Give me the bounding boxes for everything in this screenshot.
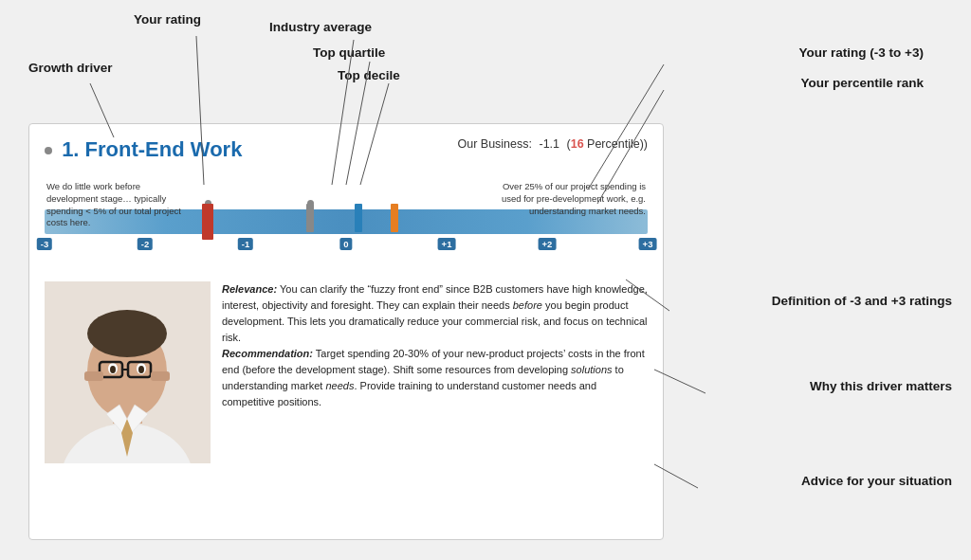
top-quartile-label: Top quartile (313, 45, 385, 60)
definition-label: Definition of -3 and +3 ratings (772, 294, 952, 308)
main-card: 1. Front-End Work Our Business: -1.1 (16… (28, 123, 664, 540)
top-decile-marker (391, 204, 398, 232)
industry-average-label: Industry average (269, 20, 372, 34)
scale-desc-right: Over 25% of our project spending is used… (496, 181, 646, 217)
recommendation-paragraph: Recommendation: Target spending 20-30% o… (222, 346, 648, 410)
recommendation-italic1: solutions (571, 364, 612, 375)
relevance-paragraph: Relevance: You can clarify the “fuzzy fr… (222, 281, 648, 346)
person-photo (45, 281, 211, 463)
scale-desc-left: We do little work before development sta… (46, 181, 187, 229)
relevance-label: Relevance: (222, 283, 277, 295)
svg-rect-13 (151, 371, 170, 381)
your-rating-label: Your rating (134, 12, 201, 27)
recommendation-italic2: needs (325, 380, 354, 391)
why-matters-label: Why this driver matters (810, 379, 952, 393)
top-quartile-marker (355, 204, 362, 232)
card-title-text: 1. Front-End Work (62, 137, 242, 161)
person-svg (45, 281, 211, 463)
percentile-unit: Percentile) (587, 137, 644, 151)
top-decile-label: Top decile (338, 68, 400, 82)
svg-point-4 (87, 310, 167, 357)
recommendation-label: Recommendation: (222, 348, 313, 359)
scale-container: We do little work before development sta… (45, 179, 648, 262)
industry-avg-marker (306, 204, 314, 232)
card-title: 1. Front-End Work (45, 137, 242, 162)
growth-driver-label: Growth driver (28, 61, 113, 75)
text-content: Relevance: You can clarify the “fuzzy fr… (222, 281, 648, 463)
percentile-value: 16 (571, 137, 584, 151)
svg-rect-12 (84, 371, 103, 381)
your-rating-marker (202, 204, 213, 240)
svg-point-8 (138, 366, 144, 373)
bottom-section: Relevance: You can clarify the “fuzzy fr… (45, 281, 648, 463)
business-info: Our Business: -1.1 (16 Percentile)) (457, 137, 648, 151)
advice-label: Advice for your situation (801, 474, 952, 488)
relevance-italic: before (513, 299, 542, 311)
business-label: Our Business: (457, 137, 532, 151)
title-dot (45, 147, 52, 154)
svg-point-7 (110, 366, 116, 373)
your-percentile-rank-label: Your percentile rank (800, 76, 924, 90)
your-rating-range-label: Your rating (-3 to +3) (799, 45, 924, 60)
rating-value: -1.1 (539, 137, 559, 151)
